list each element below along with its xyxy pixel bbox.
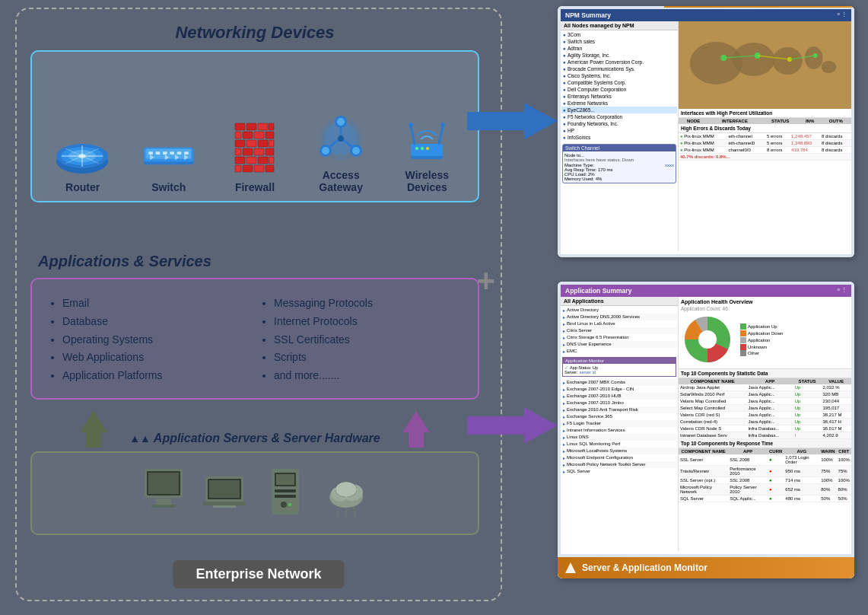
col-header: STATUS bbox=[761, 118, 800, 124]
npm-left-list: All Nodes managed by NPM ● 3Com ● Switch… bbox=[561, 21, 679, 251]
npm-controls: ≡ ⋮ bbox=[837, 11, 847, 19]
desktop-icon bbox=[141, 465, 186, 522]
sam-app-row: ▸ Citrix Storage 6.5 Presentation bbox=[561, 334, 677, 341]
sam-title-bar: Server & Application Monitor bbox=[558, 557, 854, 578]
sam-stat-row: Velaris Map Controlled bbox=[679, 398, 746, 405]
svg-rect-28 bbox=[254, 132, 264, 139]
sam-stat-row: Up bbox=[793, 398, 822, 405]
col-header: OUT% bbox=[821, 118, 851, 124]
sam-stat-row: 38,217 M bbox=[822, 412, 852, 419]
purple-arrow bbox=[467, 407, 558, 444]
npm-error-row: 1,348,890 bbox=[790, 140, 820, 147]
sam-stat-row: Java Applic... bbox=[746, 405, 793, 412]
svg-rect-27 bbox=[243, 132, 253, 139]
sam-stat-row: 2,032 % bbox=[822, 384, 852, 391]
apps-box: Email Database Operating Systems Web App… bbox=[30, 278, 479, 400]
sam-app-row: ▸ Exchange 2007 MBX Combs bbox=[561, 379, 677, 386]
sam-resp-row: Travis/Rexnev bbox=[679, 466, 728, 477]
server-section: ▲▲ Application Servers & Server Hardware bbox=[30, 432, 479, 535]
svg-point-8 bbox=[78, 154, 86, 158]
sam-app-row: ▸ Microsoft Endpoint Configuration bbox=[561, 454, 677, 461]
sam-stat-row: Java Applic... bbox=[746, 398, 793, 405]
wireless-label: WirelessDevices bbox=[405, 169, 449, 193]
svg-line-60 bbox=[411, 126, 415, 144]
sam-stat-row: SolarWinds 2010 Perf bbox=[679, 391, 746, 398]
svg-rect-23 bbox=[246, 123, 256, 130]
npm-node-row: ● American Power Conversion Corp. bbox=[561, 59, 677, 65]
blue-arrow bbox=[467, 103, 558, 139]
sam-resp-row: 100% bbox=[837, 454, 851, 466]
svg-rect-38 bbox=[235, 157, 245, 164]
npm-error-row: 8 discards bbox=[820, 133, 851, 140]
col-header: VALUE bbox=[822, 378, 852, 384]
svg-rect-40 bbox=[258, 157, 268, 164]
sam-resp-row: 480 ms bbox=[784, 496, 819, 502]
npm-error-row: 5 errors bbox=[765, 140, 790, 147]
list-item: Database bbox=[62, 313, 251, 331]
sam-response-table: COMPONENT NAME APP CURR AVG WARN CRIT SS… bbox=[679, 448, 851, 502]
svg-rect-15 bbox=[170, 151, 175, 155]
sam-app-row: ▸ Active Directory DNS,2000 Services bbox=[561, 314, 677, 320]
sam-app-row: ▸ Exchange 2010 Anti Transport Risk bbox=[561, 406, 677, 413]
app-monitor-popup: Application Monitor ✓App Status: Up Serv… bbox=[562, 357, 676, 377]
npm-errors-table: ● Pix-linux MMM eth-channel 5 errors 1,2… bbox=[679, 133, 851, 161]
health-legend: Application Up Application Down Applicat… bbox=[740, 323, 783, 356]
sam-stat-row: Up bbox=[793, 405, 822, 412]
svg-rect-36 bbox=[254, 148, 264, 155]
networking-section: Networking Devices bbox=[30, 23, 479, 202]
npm-node-row: ● Agility Storage, Inc. bbox=[561, 52, 677, 59]
sam-inner-header: Application Summary ≡ ⋮ bbox=[561, 285, 851, 297]
sam-stat-row: Infra Databas... bbox=[746, 432, 793, 439]
svg-line-89 bbox=[337, 507, 339, 517]
npm-nodes-list: ● 3Com ● Switch sales ● Adtran ● Agility… bbox=[561, 30, 678, 142]
npm-right-area: Interfaces with High Percent Utilization… bbox=[679, 21, 851, 251]
svg-point-98 bbox=[822, 61, 837, 73]
switch-channel-popup: Switch Channel Node to... Interfaces her… bbox=[562, 144, 676, 183]
sam-resp-row: 714 ms bbox=[784, 477, 819, 484]
sam-stat-row: Java Applic... bbox=[746, 419, 793, 425]
sam-stat-row: Up bbox=[793, 425, 822, 432]
laptop-icon bbox=[202, 465, 247, 522]
svg-rect-41 bbox=[269, 157, 274, 164]
tower-icon bbox=[262, 465, 308, 522]
sam-resp-row: 50% bbox=[837, 496, 851, 502]
svg-line-91 bbox=[354, 507, 355, 517]
svg-marker-108 bbox=[565, 562, 576, 573]
sam-resp-row: ● bbox=[768, 477, 784, 484]
svg-rect-59 bbox=[411, 144, 443, 156]
sam-app-row: ▸ Exchange 2007-2010 Edge - CIN bbox=[561, 386, 677, 393]
svg-point-64 bbox=[415, 147, 418, 150]
svg-point-107 bbox=[698, 330, 717, 349]
router-icon bbox=[54, 135, 111, 177]
sam-app-row: ▸ Active Directory bbox=[561, 307, 677, 314]
sam-resp-row: 100% bbox=[819, 477, 836, 484]
router-label: Router bbox=[65, 181, 100, 193]
sam-stat-row: Up bbox=[793, 384, 822, 391]
sam-top10-resp-header: Top 10 Components by Response Time bbox=[679, 439, 851, 448]
npm-node-row: ● EyeC2865... bbox=[561, 107, 677, 113]
col-header: COMPONENT NAME bbox=[679, 448, 728, 454]
svg-rect-12 bbox=[149, 151, 154, 155]
switch-icon bbox=[140, 135, 197, 177]
sam-left-list: All Applications ▸ Active Directory ▸ Ac… bbox=[561, 297, 679, 551]
switch-label: Switch bbox=[151, 181, 186, 193]
npm-map bbox=[679, 21, 851, 109]
apps-column-1: Email Database Operating Systems Web App… bbox=[47, 295, 251, 387]
npm-node-row: ● Foundry Networks, Inc. bbox=[561, 120, 677, 127]
npm-summary-label: NPM Summary bbox=[565, 11, 611, 19]
sam-app-row: ▸ Linux DNS bbox=[561, 434, 677, 441]
sam-title: Server & Application Monitor bbox=[582, 562, 707, 573]
access-gateway-icon bbox=[315, 113, 367, 164]
sam-logo-icon bbox=[564, 561, 577, 575]
svg-point-63 bbox=[440, 123, 445, 127]
device-wireless: WirelessDevices bbox=[389, 115, 465, 193]
server-box bbox=[30, 451, 479, 535]
sam-stat-row: Java Applic... bbox=[746, 384, 793, 391]
app-monitor-label: Application Monitor bbox=[563, 358, 676, 364]
sam-resp-row: 80% bbox=[819, 484, 836, 496]
col-header: CRIT bbox=[837, 448, 851, 454]
sam-stat-row: Correlation (red-4) bbox=[679, 419, 746, 425]
npm-list-header: All Nodes managed by NPM bbox=[561, 21, 678, 30]
wireless-icon bbox=[396, 115, 458, 164]
networking-title: Networking Devices bbox=[30, 23, 479, 43]
